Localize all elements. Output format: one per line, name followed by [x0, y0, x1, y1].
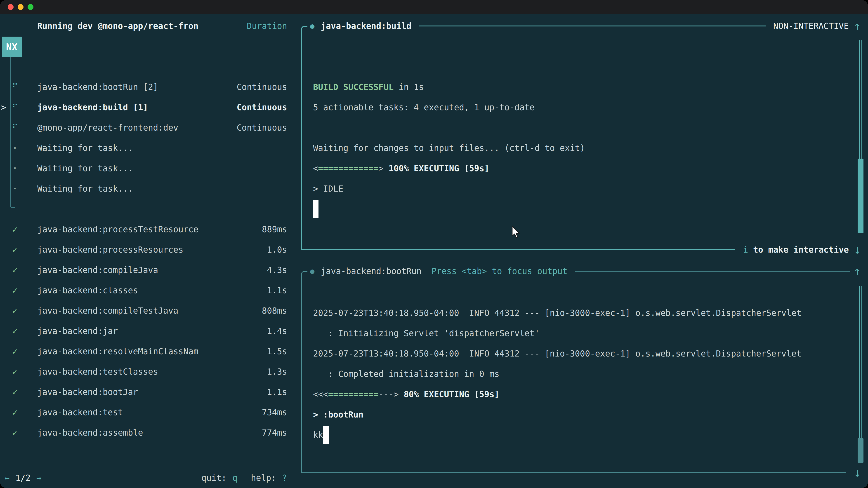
terminal-cursor: [313, 200, 318, 218]
output-text: kk: [313, 430, 323, 440]
pane-build-scroll-track[interactable]: [859, 40, 862, 159]
pane-bootrun-scroll-down-icon[interactable]: ↓: [850, 462, 864, 483]
output-text: Waiting for changes to input files... (c…: [313, 143, 585, 153]
output-line: <============> 100% EXECUTING [59s]: [313, 158, 585, 178]
output-line: [313, 118, 585, 138]
task-row[interactable]: ✓java-backend:testClasses1.3s: [0, 361, 291, 382]
titlebar: [0, 0, 868, 14]
duration-column-header: Duration: [247, 21, 287, 31]
task-row[interactable]: ·Waiting for task...: [0, 138, 291, 158]
task-label: java-backend:processTestResource: [37, 225, 198, 234]
pane-bootrun-scroll-track[interactable]: [859, 286, 862, 438]
task-row[interactable]: ✓java-backend:assemble774ms: [0, 422, 291, 443]
pane-build-scroll-up-icon[interactable]: ↑: [850, 16, 864, 36]
pane-bootrun-scroll-thumb[interactable]: [858, 438, 864, 463]
task-duration: 808ms: [262, 306, 287, 316]
task-row[interactable]: ✓java-backend:compileTestJava808ms: [0, 300, 291, 321]
task-row[interactable]: ✓java-backend:processTestResource889ms: [0, 219, 291, 239]
pane-bootrun-header: ● java-backend:bootRun Press <tab> to fo…: [310, 261, 850, 281]
page-indicator: 1/2: [16, 473, 31, 483]
task-row[interactable]: ⠋java-backend:bootRun [2]Continuous: [0, 77, 291, 97]
output-line: 2025-07-23T13:40:18.950-04:00 INFO 44312…: [313, 303, 802, 323]
task-row[interactable]: ·Waiting for task...: [0, 178, 291, 199]
sidebar-footer: ← 1/2 → quit: q help: ?: [0, 468, 291, 488]
zoom-button[interactable]: [28, 4, 33, 10]
pending-dot-icon: ·: [10, 142, 20, 154]
pane-bootrun-footer: [301, 462, 846, 483]
task-row[interactable]: ✓java-backend:bootJar1.1s: [0, 382, 291, 402]
help-key: ?: [282, 473, 287, 483]
task-label: Waiting for task...: [37, 143, 133, 153]
task-label: java-backend:assemble: [37, 428, 143, 437]
quit-key: q: [232, 473, 237, 483]
checkmark-icon: ✓: [10, 245, 20, 255]
output-text: --->: [379, 390, 399, 399]
task-duration: 1.1s: [267, 286, 287, 295]
task-duration: 734ms: [262, 408, 287, 417]
output-line: kk: [313, 425, 802, 445]
completed-task-list: ✓java-backend:processTestResource889ms✓j…: [0, 219, 291, 443]
task-label: Waiting for task...: [37, 184, 133, 194]
task-label: java-backend:jar: [37, 326, 118, 336]
checkmark-icon: ✓: [10, 387, 20, 397]
task-row[interactable]: ✓java-backend:test734ms: [0, 402, 291, 422]
sidebar-header: Running dev @mono-app/react-fron Duratio…: [0, 16, 291, 36]
task-row[interactable]: ·Waiting for task...: [0, 158, 291, 178]
task-label: java-backend:processResources: [37, 245, 183, 255]
output-text: 2025-07-23T13:40:18.950-04:00 INFO 44312…: [313, 349, 802, 359]
task-label: java-backend:resolveMainClassNam: [37, 347, 198, 356]
task-row[interactable]: ⠋@mono-app/react-frontend:devContinuous: [0, 118, 291, 138]
output-line: : Completed initialization in 0 ms: [313, 364, 802, 384]
selected-task-chevron-icon: >: [1, 102, 6, 112]
task-duration: 4.3s: [267, 265, 287, 275]
pane-bootrun-output: 2025-07-23T13:40:18.950-04:00 INFO 44312…: [313, 303, 802, 445]
spinner-icon: ⠋: [10, 103, 20, 112]
task-row[interactable]: ✓java-backend:processResources1.0s: [0, 239, 291, 260]
pane-build-footer: i to make interactive: [301, 239, 849, 260]
pane-bootrun-scroll-up-icon[interactable]: ↑: [850, 261, 864, 281]
output-text: > IDLE: [313, 184, 343, 194]
checkmark-icon: ✓: [10, 305, 20, 316]
output-line: 5 actionable tasks: 4 executed, 1 up-to-…: [313, 97, 585, 118]
task-row[interactable]: ✓java-backend:compileJava4.3s: [0, 260, 291, 280]
pane-build-scroll-thumb[interactable]: [858, 159, 864, 233]
pane-build-scroll-down-icon[interactable]: ↓: [850, 239, 864, 260]
task-label: java-backend:compileTestJava: [37, 306, 178, 316]
page-prev-icon[interactable]: ←: [4, 473, 9, 483]
checkmark-icon: ✓: [10, 224, 20, 234]
output-text: >: [379, 164, 383, 173]
pane-build-corner: [301, 26, 307, 33]
task-row[interactable]: ✓java-backend:resolveMainClassNam1.5s: [0, 341, 291, 361]
output-line: Waiting for changes to input files... (c…: [313, 138, 585, 158]
pane-build-interactive-hint: i to make interactive: [743, 245, 849, 255]
page-next-icon[interactable]: →: [36, 473, 41, 483]
pane-build-footer-rule: [301, 249, 735, 250]
output-text: ============: [318, 164, 378, 173]
minimize-button[interactable]: [18, 4, 24, 10]
output-text: <: [313, 164, 318, 173]
checkmark-icon: ✓: [10, 285, 20, 295]
task-row[interactable]: ✓java-backend:jar1.4s: [0, 321, 291, 341]
output-line: > IDLE: [313, 178, 585, 199]
output-text: 2025-07-23T13:40:18.950-04:00 INFO 44312…: [313, 308, 802, 318]
task-row[interactable]: >⠋java-backend:build [1]Continuous: [0, 97, 291, 118]
pane-build-header-rule: [419, 26, 766, 26]
output-text: : Completed initialization in 0 ms: [313, 369, 499, 379]
pane-build-title: java-backend:build: [321, 21, 411, 31]
output-text: > :bootRun: [313, 410, 364, 420]
output-text: ==========: [328, 390, 379, 399]
spinner-icon: ⠋: [10, 123, 20, 133]
pane-build-header: ● java-backend:build NON-INTERACTIVE: [310, 16, 849, 36]
output-line: [313, 199, 585, 219]
running-task-list: ⠋java-backend:bootRun [2]Continuous>⠋jav…: [0, 77, 291, 199]
sidebar-title: Running dev @mono-app/react-fron: [37, 21, 198, 31]
task-status: Continuous: [237, 103, 287, 112]
terminal-cursor: [323, 426, 329, 444]
task-label: java-backend:testClasses: [37, 367, 158, 377]
task-duration: 1.5s: [267, 347, 287, 356]
pane-bootrun-footer-rule: [301, 473, 846, 473]
close-button[interactable]: [8, 4, 13, 10]
interactive-key: i: [743, 245, 748, 255]
task-label: java-backend:compileJava: [37, 265, 158, 275]
task-row[interactable]: ✓java-backend:classes1.1s: [0, 280, 291, 300]
